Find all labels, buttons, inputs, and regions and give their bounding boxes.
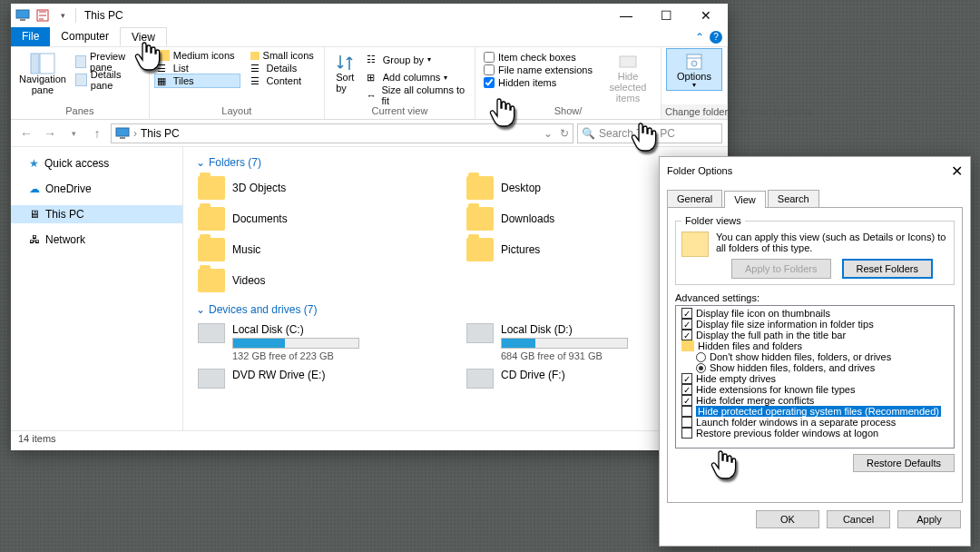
file-explorer-window: ▾ This PC — ☐ ✕ File Computer View ⌃? Na… bbox=[11, 4, 728, 450]
address-bar: ← → ▾ ↑ › This PC ⌄↻ 🔍 Search This PC bbox=[11, 120, 728, 147]
restore-defaults-button[interactable]: Restore Defaults bbox=[853, 454, 955, 472]
item-check-boxes-toggle[interactable]: Item check boxes bbox=[481, 51, 595, 64]
dialog-close-button[interactable]: ✕ bbox=[951, 163, 963, 180]
setting-label: Hide extensions for known file types bbox=[696, 384, 855, 395]
advanced-setting-row[interactable]: ✓Display file icon on thumbnails bbox=[678, 308, 952, 319]
change-folder-options-link[interactable]: Change folder and search options bbox=[662, 104, 727, 119]
navigation-pane: ★Quick access ☁OneDrive 🖥This PC 🖧Networ… bbox=[11, 147, 183, 430]
folders-section-header[interactable]: ⌄Folders (7) bbox=[196, 156, 715, 169]
hide-selected-items-button[interactable]: Hide selected items bbox=[601, 49, 655, 104]
options-button[interactable]: Options ▾ bbox=[667, 49, 721, 90]
dialog-tab-general[interactable]: General bbox=[667, 190, 722, 207]
sidebar-item-this-pc[interactable]: 🖥This PC bbox=[11, 205, 182, 223]
folder-item[interactable]: Documents bbox=[196, 205, 446, 232]
layout-gallery[interactable]: Medium icons Small icons ☰List ☰Details … bbox=[155, 49, 318, 87]
ribbon-collapse-icon[interactable]: ⌃ bbox=[695, 31, 704, 44]
radio-icon bbox=[696, 363, 706, 373]
svg-point-7 bbox=[691, 61, 697, 66]
sidebar-item-onedrive[interactable]: ☁OneDrive bbox=[11, 180, 182, 198]
recent-locations-button[interactable]: ▾ bbox=[64, 123, 83, 143]
dialog-title: Folder Options bbox=[667, 165, 732, 176]
advanced-setting-row[interactable]: Don't show hidden files, folders, or dri… bbox=[678, 351, 952, 362]
chevron-down-icon: ⌄ bbox=[196, 156, 205, 169]
advanced-setting-row[interactable]: Launch folder windows in a separate proc… bbox=[678, 417, 952, 428]
reset-folders-button[interactable]: Reset Folders bbox=[842, 259, 933, 279]
folder-icon bbox=[198, 238, 225, 261]
dialog-tab-search[interactable]: Search bbox=[768, 190, 819, 207]
size-columns-button[interactable]: ↔Size all columns to fit bbox=[364, 86, 469, 104]
help-icon[interactable]: ? bbox=[710, 31, 722, 44]
advanced-setting-row[interactable]: ✓Hide folder merge conflicts bbox=[678, 395, 952, 406]
forward-button[interactable]: → bbox=[40, 123, 60, 143]
drive-icon bbox=[198, 369, 225, 389]
up-button[interactable]: ↑ bbox=[87, 123, 107, 143]
ok-button[interactable]: OK bbox=[756, 510, 819, 528]
content-pane: ⌄Folders (7) 3D ObjectsDesktopDocumentsD… bbox=[183, 147, 728, 430]
drive-icon bbox=[466, 369, 494, 389]
folder-label: Videos bbox=[232, 274, 265, 287]
qat-properties-icon[interactable] bbox=[34, 7, 51, 24]
refresh-button[interactable]: ↻ bbox=[560, 127, 569, 140]
dialog-titlebar[interactable]: Folder Options ✕ bbox=[660, 157, 970, 184]
minimize-button[interactable]: — bbox=[606, 4, 646, 27]
tab-file[interactable]: File bbox=[11, 27, 50, 46]
folder-label: 3D Objects bbox=[232, 182, 286, 194]
advanced-settings-tree[interactable]: ✓Display file icon on thumbnails✓Display… bbox=[675, 305, 955, 448]
layout-content[interactable]: ☰Content bbox=[249, 74, 318, 87]
back-button[interactable]: ← bbox=[16, 123, 36, 143]
qat-dropdown-icon[interactable]: ▾ bbox=[54, 7, 71, 24]
layout-medium[interactable]: Medium icons bbox=[155, 49, 240, 62]
history-dropdown[interactable]: ⌄ bbox=[544, 127, 553, 140]
details-pane-button[interactable]: Details pane bbox=[73, 71, 143, 89]
search-icon: 🔍 bbox=[582, 127, 595, 140]
tab-computer[interactable]: Computer bbox=[50, 27, 120, 46]
hidden-items-toggle[interactable]: Hidden items bbox=[481, 76, 595, 89]
advanced-setting-row[interactable]: ✓Display file size information in folder… bbox=[678, 319, 952, 330]
thispc-icon bbox=[115, 126, 130, 141]
folder-item[interactable]: Music bbox=[196, 236, 446, 263]
layout-details[interactable]: ☰Details bbox=[249, 62, 318, 74]
apply-to-folders-button[interactable]: Apply to Folders bbox=[731, 259, 830, 279]
folder-item[interactable]: Videos bbox=[196, 267, 446, 294]
maximize-button[interactable]: ☐ bbox=[646, 4, 686, 27]
navigation-pane-button[interactable]: Navigation pane bbox=[16, 49, 69, 95]
advanced-setting-row[interactable]: Restore previous folder windows at logon bbox=[678, 428, 952, 439]
advanced-setting-row[interactable]: Hidden files and folders bbox=[678, 340, 952, 351]
setting-label: Show hidden files, folders, and drives bbox=[710, 362, 875, 373]
drives-section-header[interactable]: ⌄Devices and drives (7) bbox=[196, 303, 715, 316]
advanced-setting-row[interactable]: Show hidden files, folders, and drives bbox=[678, 362, 952, 373]
window-title: This PC bbox=[84, 9, 123, 22]
sidebar-item-quick-access[interactable]: ★Quick access bbox=[11, 154, 182, 172]
apply-button[interactable]: Apply bbox=[897, 510, 961, 528]
sidebar-item-network[interactable]: 🖧Network bbox=[11, 231, 182, 249]
layout-tiles[interactable]: ▦Tiles bbox=[155, 74, 240, 87]
ribbon-tabs: File Computer View ⌃? bbox=[11, 27, 728, 47]
checkbox-icon: ✓ bbox=[681, 308, 692, 319]
advanced-setting-row[interactable]: ✓Hide empty drives bbox=[678, 373, 952, 384]
titlebar[interactable]: ▾ This PC — ☐ ✕ bbox=[11, 4, 728, 27]
dialog-tab-view[interactable]: View bbox=[724, 191, 766, 208]
folder-item[interactable]: 3D Objects bbox=[196, 174, 446, 202]
panes-caption: Panes bbox=[11, 104, 149, 119]
advanced-setting-row[interactable]: ✓Display the full path in the title bar bbox=[678, 330, 952, 340]
close-button[interactable]: ✕ bbox=[686, 4, 726, 27]
drive-item[interactable]: Local Disk (C:)132 GB free of 223 GB bbox=[196, 321, 446, 363]
preview-pane-button[interactable]: Preview pane bbox=[73, 53, 143, 71]
sort-by-button[interactable]: Sort by bbox=[330, 49, 360, 104]
layout-list[interactable]: ☰List bbox=[155, 62, 240, 74]
folder-icon bbox=[198, 207, 225, 231]
layout-small[interactable]: Small icons bbox=[249, 49, 318, 62]
search-input[interactable]: 🔍 Search This PC bbox=[577, 123, 722, 143]
advanced-setting-row[interactable]: Hide protected operating system files (R… bbox=[678, 406, 952, 417]
breadcrumb[interactable]: › This PC ⌄↻ bbox=[111, 123, 573, 143]
cancel-button[interactable]: Cancel bbox=[827, 510, 890, 528]
drive-item[interactable]: DVD RW Drive (E:) bbox=[196, 367, 446, 390]
tab-view[interactable]: View bbox=[120, 27, 167, 46]
cloud-icon: ☁ bbox=[29, 182, 40, 195]
breadcrumb-item[interactable]: This PC bbox=[141, 127, 180, 140]
file-name-extensions-toggle[interactable]: File name extensions bbox=[481, 64, 595, 76]
advanced-setting-row[interactable]: ✓Hide extensions for known file types bbox=[678, 384, 952, 395]
group-by-button[interactable]: ☷Group by▾ bbox=[364, 51, 469, 69]
folder-icon bbox=[466, 207, 494, 231]
setting-label: Hidden files and folders bbox=[698, 340, 802, 351]
